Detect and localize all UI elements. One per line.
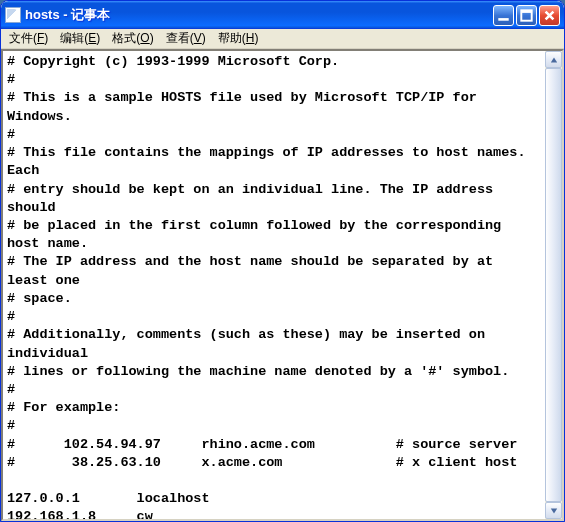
titlebar[interactable]: hosts - 记事本 (1, 1, 564, 29)
notepad-icon (5, 7, 21, 23)
scroll-up-button[interactable] (545, 51, 562, 68)
svg-rect-0 (498, 18, 508, 21)
menu-edit[interactable]: 编辑(E) (54, 28, 106, 49)
notepad-window: hosts - 记事本 文件(F) 编辑(E) 格式(O) 查看(V) 帮助(H… (0, 0, 565, 522)
maximize-button[interactable] (516, 5, 537, 26)
menu-file[interactable]: 文件(F) (3, 28, 54, 49)
svg-rect-2 (521, 10, 531, 13)
scrollbar-thumb[interactable] (545, 68, 562, 502)
editor-container: # Copyright (c) 1993-1999 Microsoft Corp… (1, 49, 564, 521)
menubar: 文件(F) 编辑(E) 格式(O) 查看(V) 帮助(H) (1, 29, 564, 49)
menu-format[interactable]: 格式(O) (106, 28, 159, 49)
scroll-down-button[interactable] (545, 502, 562, 519)
vertical-scrollbar[interactable] (545, 51, 562, 519)
menu-help[interactable]: 帮助(H) (212, 28, 265, 49)
text-editor[interactable]: # Copyright (c) 1993-1999 Microsoft Corp… (3, 51, 545, 519)
window-title: hosts - 记事本 (25, 6, 493, 24)
window-controls (493, 5, 560, 26)
minimize-button[interactable] (493, 5, 514, 26)
close-button[interactable] (539, 5, 560, 26)
scrollbar-track[interactable] (545, 68, 562, 502)
menu-view[interactable]: 查看(V) (160, 28, 212, 49)
